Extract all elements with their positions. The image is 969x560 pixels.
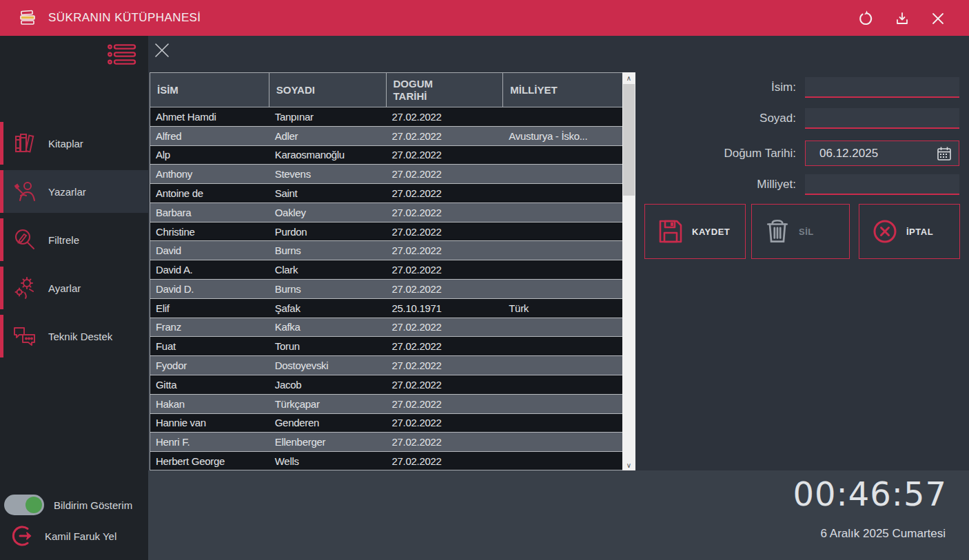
sidebar-item-label: Kitaplar [48,138,83,149]
table-row[interactable]: DavidBurns27.02.2022 [150,241,622,260]
table-cell: 27.02.2022 [387,203,504,222]
table-row[interactable]: ChristinePurdon27.02.2022 [150,222,622,242]
refresh-icon[interactable] [856,9,875,28]
table-row[interactable]: ElifŞafak25.10.1971Türk [150,299,622,318]
sidebar-item-label: Filtrele [48,234,79,246]
table-cell: Franz [150,318,269,337]
kaydet-button-label: KAYDET [692,227,730,237]
isim-input[interactable] [805,77,959,98]
table-row[interactable]: HakanTürkçapar27.02.2022 [150,395,622,414]
table-cell: Genderen [269,414,387,433]
column-header-milliyet[interactable]: MİLLİYET [503,73,622,107]
table-cell [503,280,622,298]
sidebar-item-label: Yazarlar [48,186,86,198]
table-cell: 27.02.2022 [387,375,504,394]
table-cell: Ahmet Hamdi [150,107,269,126]
table-cell: 27.02.2022 [387,433,504,451]
table-cell [503,203,622,222]
sidebar-item-ayarlar[interactable]: Ayarlar [0,267,148,309]
soyad-input[interactable] [805,108,959,129]
column-header-soyadi[interactable]: SOYADI [269,73,387,107]
sil-button[interactable]: SİL [751,204,850,259]
sidebar-item-filtrele[interactable]: Filtrele [0,218,148,261]
table-cell [503,165,622,183]
table-row[interactable]: GittaJacob27.02.2022 [150,375,622,395]
table-cell: 27.02.2022 [387,318,504,337]
table-cell: Fyodor [150,356,269,375]
table-row[interactable]: David D.Burns27.02.2022 [150,280,622,299]
table-cell: Ellenberger [269,433,387,451]
column-header-isim[interactable]: İSİM [150,73,269,107]
table-row[interactable]: AlfredAdler27.02.2022Avusturya - İsko... [150,127,622,146]
dogum-tarihi-datepicker[interactable]: 06.12.2025 [805,141,959,166]
table-row[interactable]: Ahmet HamdiTanpınar27.02.2022 [150,107,622,127]
table-row[interactable]: FranzKafka27.02.2022 [150,318,622,338]
sidebar-item-yazarlar[interactable]: Yazarlar [0,170,148,213]
table-body: Ahmet HamdiTanpınar27.02.2022AlfredAdler… [150,107,622,470]
table-cell: Torun [269,337,387,355]
notification-toggle-label: Bildirim Gösterim [54,499,132,511]
table-row[interactable]: AlpKaraosmanoğlu27.02.2022 [150,146,622,165]
table-row[interactable]: BarbaraOakley27.02.2022 [150,203,622,222]
sidebar-nav: Kitaplar Yazarlar [0,122,148,363]
settings-icon [11,274,39,302]
table-cell: Gitta [150,375,269,394]
user-name: Kamil Faruk Yel [45,530,116,542]
table-row[interactable]: Henri F.Ellenberger27.02.2022 [150,433,622,452]
table-row[interactable]: Hannie vanGenderen27.02.2022 [150,414,622,433]
scroll-down-icon[interactable]: ∨ [622,459,635,470]
table-scrollbar[interactable]: ∧ ∨ [622,72,635,470]
table-cell: 27.02.2022 [387,260,504,279]
table-cell: Oakley [269,203,387,222]
iptal-button[interactable]: İPTAL [859,204,960,259]
table-cell: 27.02.2022 [387,356,504,375]
download-icon[interactable] [892,9,912,28]
table-row[interactable]: FyodorDostoyevski27.02.2022 [150,356,622,375]
library-books-icon [19,9,39,27]
table-row[interactable]: AnthonyStevens27.02.2022 [150,165,622,184]
milliyet-input[interactable] [805,174,959,195]
sidebar: Kitaplar Yazarlar [0,36,148,560]
table-cell [503,356,622,375]
close-icon[interactable] [928,9,948,28]
table-cell: Jacob [269,375,387,394]
table-row[interactable]: David A.Clark27.02.2022 [150,260,622,280]
table-cell: Karaosmanoğlu [269,146,387,165]
table-cell: 25.10.1971 [387,299,504,318]
support-chat-icon [11,322,39,350]
table-cell: Barbara [150,203,269,222]
calendar-icon[interactable] [937,146,952,161]
dogum-tarihi-label: Doğum Tarihi: [631,147,796,160]
table-cell [503,222,622,241]
column-header-label: İSİM [157,84,178,96]
table-row[interactable]: Herbert GeorgeWells27.02.2022 [150,452,622,470]
table-cell: Alp [150,146,269,165]
table-cell: 27.02.2022 [387,280,504,298]
notification-toggle[interactable] [4,495,44,515]
table-cell: Fuat [150,337,269,355]
menu-hamburger-icon[interactable] [107,43,137,66]
titlebar: SÜKRANIN KÜTÜPHANESİ [0,0,969,36]
authors-table: İSİM SOYADI DOGUM TARİHİ MİLLİYET Ahmet … [150,72,635,470]
table-row[interactable]: Antoine deSaint27.02.2022 [150,184,622,203]
sidebar-item-label: Teknik Destek [48,331,112,342]
table-row[interactable]: FuatTorun27.02.2022 [150,337,622,356]
panel-close-icon[interactable] [153,41,171,59]
column-header-dogum-tarihi[interactable]: DOGUM TARİHİ [387,73,504,107]
table-header: İSİM SOYADI DOGUM TARİHİ MİLLİYET [150,73,622,107]
table-cell: Avusturya - İsko... [503,127,622,145]
logout-icon[interactable] [11,524,34,548]
table-cell: Saint [269,184,387,203]
table-cell [503,395,622,413]
table-cell: Burns [269,280,387,298]
sidebar-item-kitaplar[interactable]: Kitaplar [0,122,148,165]
table-cell: Şafak [269,299,387,318]
table-cell: Türkçapar [269,395,387,413]
kaydet-button[interactable]: KAYDET [644,204,746,259]
notification-toggle-row: Bildirim Gösterim [0,493,148,517]
sidebar-item-teknik-destek[interactable]: Teknik Destek [0,315,148,357]
table-cell: Purdon [269,222,387,241]
table-cell: Henri F. [150,433,269,451]
soyad-label: Soyad: [631,112,796,125]
table-cell: 27.02.2022 [387,184,504,203]
